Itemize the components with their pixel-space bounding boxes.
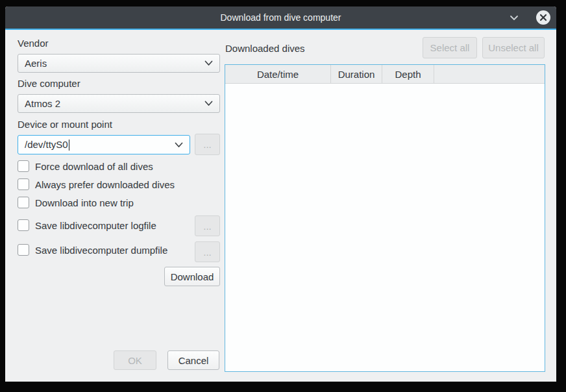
column-header-datetime[interactable]: Date/time: [225, 65, 331, 83]
vendor-label: Vendor: [18, 38, 49, 49]
device-input[interactable]: /dev/ttyS0: [18, 135, 190, 154]
checkbox-row-prefer-downloaded[interactable]: Always prefer downloaded dives: [18, 178, 175, 190]
column-header-depth[interactable]: Depth: [382, 65, 434, 83]
vendor-selected-value: Aeris: [25, 58, 201, 69]
dive-computer-selected-value: Atmos 2: [25, 98, 201, 109]
dive-computer-label: Dive computer: [18, 78, 80, 89]
cancel-button[interactable]: Cancel: [167, 350, 219, 370]
vendor-select[interactable]: Aeris: [18, 54, 220, 73]
save-dumpfile-label: Save libdivecomputer dumpfile: [35, 245, 167, 256]
downloaded-dives-heading: Downloaded dives: [225, 43, 305, 54]
checkbox-row-force-download[interactable]: Force download of all dives: [18, 160, 153, 172]
close-icon[interactable]: [536, 10, 550, 25]
force-download-checkbox[interactable]: [18, 160, 29, 172]
checkbox-row-save-dumpfile[interactable]: Save libdivecomputer dumpfile: [18, 244, 167, 256]
window-title: Download from dive computer: [221, 12, 341, 23]
select-all-button[interactable]: Select all: [423, 37, 477, 58]
titlebar-accent-line: [5, 29, 556, 30]
prefer-downloaded-label: Always prefer downloaded dives: [35, 179, 175, 190]
prefer-downloaded-checkbox[interactable]: [18, 178, 29, 190]
checkbox-row-save-logfile[interactable]: Save libdivecomputer logfile: [18, 219, 156, 231]
new-trip-checkbox[interactable]: [18, 197, 29, 208]
titlebar[interactable]: Download from dive computer: [5, 6, 556, 29]
save-logfile-checkbox[interactable]: [18, 219, 29, 231]
logfile-browse-button[interactable]: ...: [195, 215, 220, 236]
unselect-all-button[interactable]: Unselect all: [482, 37, 545, 58]
save-logfile-label: Save libdivecomputer logfile: [35, 220, 156, 231]
device-browse-button[interactable]: ...: [195, 134, 220, 155]
device-label: Device or mount point: [18, 119, 112, 130]
column-header-duration[interactable]: Duration: [331, 65, 382, 83]
chevron-down-icon[interactable]: [175, 142, 183, 148]
device-input-value: /dev/ttyS0: [25, 139, 68, 150]
chevron-down-icon: [204, 101, 213, 106]
ok-button[interactable]: OK: [114, 350, 156, 370]
download-button[interactable]: Download: [164, 267, 220, 286]
table-header-row: Date/time Duration Depth: [225, 65, 545, 84]
force-download-label: Force download of all dives: [35, 161, 153, 172]
chevron-down-icon: [204, 60, 213, 66]
checkbox-row-new-trip[interactable]: Download into new trip: [18, 197, 134, 208]
downloaded-dives-table[interactable]: Date/time Duration Depth: [225, 64, 545, 372]
window-shade-chevron-down-icon[interactable]: [508, 12, 520, 23]
text-cursor: [69, 140, 69, 151]
download-from-dive-computer-dialog: Download from dive computer Vendor Aeris…: [5, 6, 556, 382]
column-header-empty[interactable]: [434, 65, 545, 83]
save-dumpfile-checkbox[interactable]: [18, 244, 29, 256]
dumpfile-browse-button[interactable]: ...: [195, 241, 220, 262]
new-trip-label: Download into new trip: [35, 197, 134, 208]
dive-computer-select[interactable]: Atmos 2: [18, 94, 220, 113]
